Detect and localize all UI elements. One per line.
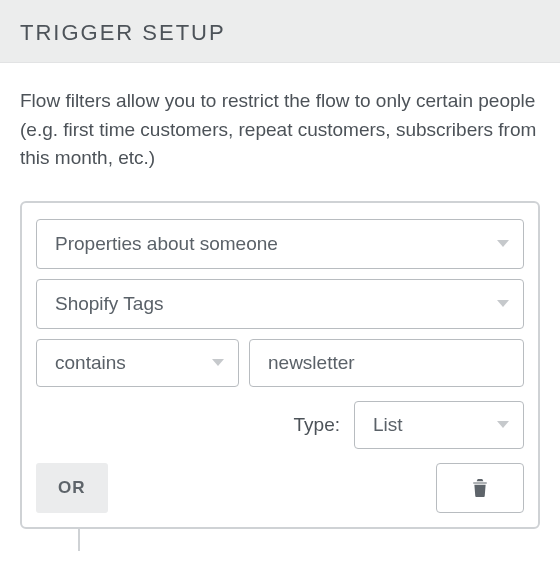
delete-filter-button[interactable] [436,463,524,513]
panel-title: TRIGGER SETUP [20,20,540,46]
panel-header: TRIGGER SETUP [0,0,560,63]
trash-icon [472,479,488,497]
operator-select-value: contains [55,352,126,374]
subject-select[interactable]: Properties about someone [36,219,524,269]
chevron-down-icon [497,240,509,247]
type-select[interactable]: List [354,401,524,449]
filter-panel: Properties about someone Shopify Tags co… [20,201,540,529]
chevron-down-icon [212,359,224,366]
type-select-value: List [373,414,403,436]
or-button[interactable]: OR [36,463,108,513]
filter-actions-row: OR [36,463,524,513]
type-label: Type: [294,414,340,436]
type-row: Type: List [36,401,524,449]
value-input[interactable] [249,339,524,387]
property-select[interactable]: Shopify Tags [36,279,524,329]
flow-filter-description: Flow filters allow you to restrict the f… [0,63,560,201]
chevron-down-icon [497,421,509,428]
chevron-down-icon [497,300,509,307]
property-select-value: Shopify Tags [55,293,163,315]
connector-line [78,529,80,551]
operator-select[interactable]: contains [36,339,239,387]
subject-select-value: Properties about someone [55,233,278,255]
